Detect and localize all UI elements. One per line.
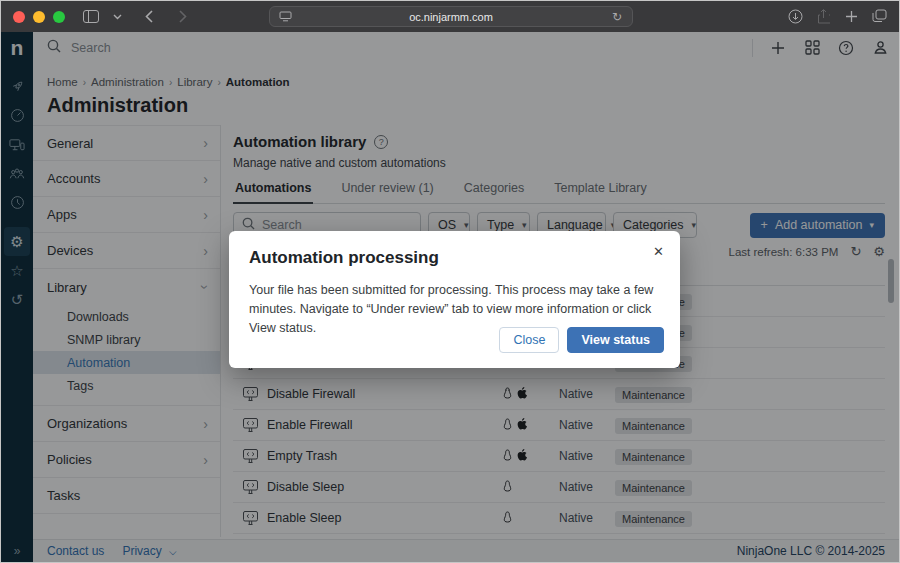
view-status-button[interactable]: View status (567, 327, 664, 353)
sidebar-toggle-icon[interactable] (79, 5, 103, 29)
tab-overview-icon[interactable] (867, 4, 891, 28)
chevron-down-icon[interactable] (105, 5, 129, 29)
zoom-window-button[interactable] (53, 11, 65, 23)
share-icon[interactable] (811, 4, 835, 28)
app-window: oc.ninjarmm.com ↻ n (0, 0, 900, 563)
browser-chrome: oc.ninjarmm.com ↻ (1, 1, 899, 32)
back-button[interactable] (137, 5, 161, 29)
url-bar[interactable]: oc.ninjarmm.com ↻ (269, 6, 633, 27)
close-icon[interactable]: ✕ (653, 244, 664, 259)
app-page: n ⚙ ☆ ↺ » (1, 32, 899, 562)
new-tab-icon[interactable] (839, 4, 863, 28)
dialog-title: Automation processing (249, 248, 660, 268)
minimize-window-button[interactable] (33, 11, 45, 23)
site-settings-icon[interactable] (277, 5, 293, 29)
downloads-icon[interactable] (783, 4, 807, 28)
reload-icon[interactable]: ↻ (609, 5, 625, 29)
forward-button[interactable] (171, 5, 195, 29)
close-button[interactable]: Close (499, 327, 559, 353)
url-text: oc.ninjarmm.com (293, 11, 609, 23)
automation-processing-dialog: Automation processing ✕ Your file has be… (229, 231, 680, 368)
close-window-button[interactable] (13, 11, 25, 23)
window-controls (13, 11, 65, 23)
